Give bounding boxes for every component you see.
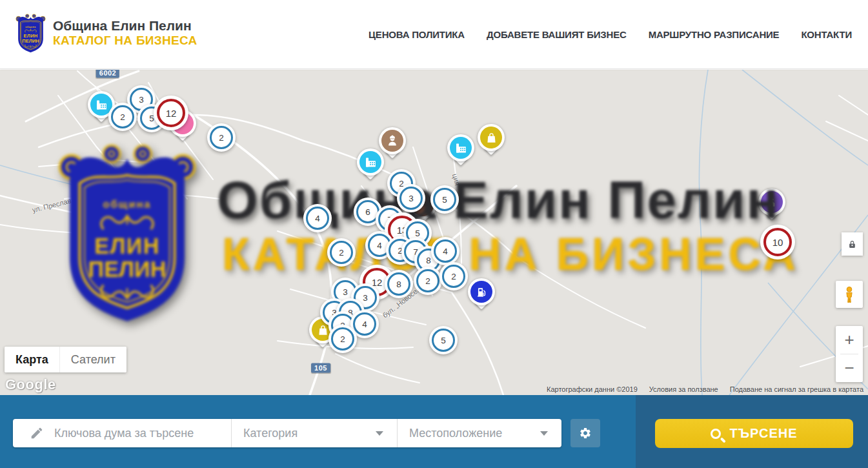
search-icon xyxy=(711,429,721,439)
municipality-crest-logo xyxy=(15,12,46,54)
pencil-icon xyxy=(30,426,44,440)
header: Община Елин Пелин КАТАЛОГ НА БИЗНЕСА ЦЕН… xyxy=(0,0,868,69)
location-select[interactable]: Местоположение xyxy=(398,419,561,447)
cluster-marker[interactable]: 5 xyxy=(429,326,458,354)
keyword-field-wrap xyxy=(13,419,232,447)
keyword-search-input[interactable] xyxy=(54,427,209,440)
map-type-button-map[interactable]: Карта xyxy=(5,347,59,372)
location-select-label: Местоположение xyxy=(409,427,502,440)
cluster-marker[interactable]: 3 xyxy=(397,184,425,212)
gear-icon xyxy=(579,427,592,440)
chevron-down-icon xyxy=(540,431,548,436)
street-view-pegman-button[interactable] xyxy=(836,281,863,308)
cluster-marker[interactable]: 12 xyxy=(154,96,188,130)
cluster-marker[interactable]: 2 xyxy=(439,262,468,290)
clusters-layer: 325122235671354242784221283338342510 xyxy=(0,70,868,395)
nav-item-add-business[interactable]: ДОБАВЕТЕ ВАШИЯТ БИЗНЕС xyxy=(487,29,627,40)
search-bar: Категория Местоположение ТЪРСЕНЕ xyxy=(0,395,868,468)
map-attribution: Картографски данни ©2019 Условия за полз… xyxy=(547,385,863,393)
chevron-down-icon xyxy=(376,431,383,436)
cluster-marker[interactable]: 2 xyxy=(328,325,357,353)
map-type-control: Карта Сателит xyxy=(5,347,126,372)
zoom-control: + − xyxy=(836,326,863,382)
category-select-label: Категория xyxy=(243,427,298,440)
cluster-marker[interactable]: 4 xyxy=(303,204,332,232)
search-submit-button[interactable]: ТЪРСЕНЕ xyxy=(655,419,853,448)
google-logo[interactable]: Google xyxy=(5,376,56,393)
cluster-marker[interactable]: 4 xyxy=(431,237,459,265)
category-select[interactable]: Категория xyxy=(232,419,398,447)
cluster-marker[interactable]: 8 xyxy=(385,270,413,298)
report-map-error-link[interactable]: Подаване на сигнал за грешка в картата xyxy=(730,385,863,393)
cluster-marker[interactable]: 5 xyxy=(430,185,459,214)
advanced-settings-button[interactable] xyxy=(570,419,600,447)
cluster-marker[interactable]: 10 xyxy=(760,225,795,259)
lock-control-button[interactable] xyxy=(842,232,863,256)
cluster-marker[interactable]: 2 xyxy=(414,267,442,295)
zoom-in-button[interactable]: + xyxy=(836,326,863,354)
brand-logo-link[interactable]: Община Елин Пелин КАТАЛОГ НА БИЗНЕСА xyxy=(15,12,197,54)
cluster-marker[interactable]: 2 xyxy=(108,103,137,131)
nav-item-contacts[interactable]: КОНТАКТИ xyxy=(801,29,852,40)
cluster-marker[interactable]: 2 xyxy=(327,238,356,267)
pegman-icon xyxy=(842,285,856,304)
attribution-copyright: Картографски данни ©2019 xyxy=(547,385,638,393)
terms-of-use-link[interactable]: Условия за ползване xyxy=(649,385,718,393)
brand-subtitle: КАТАЛОГ НА БИЗНЕСА xyxy=(53,34,197,48)
map-type-button-satellite[interactable]: Сателит xyxy=(59,347,126,372)
main-nav: ЦЕНОВА ПОЛИТИКА ДОБАВЕТЕ ВАШИЯТ БИЗНЕС М… xyxy=(368,0,852,69)
brand-title: Община Елин Пелин xyxy=(53,18,197,34)
cluster-marker[interactable]: 2 xyxy=(207,123,236,152)
search-button-label: ТЪРСЕНЕ xyxy=(729,426,797,441)
zoom-out-button[interactable]: − xyxy=(836,354,863,382)
nav-item-pricing[interactable]: ЦЕНОВА ПОЛИТИКА xyxy=(368,29,465,40)
search-filters: Категория Местоположение xyxy=(13,419,561,447)
lock-icon xyxy=(848,239,856,249)
nav-item-route-schedule[interactable]: МАРШРУТНО РАЗПИСАНИЕ xyxy=(649,29,780,40)
map-canvas[interactable]: ул. Преславбул. „Новоселция6002105 Общин… xyxy=(0,70,868,395)
